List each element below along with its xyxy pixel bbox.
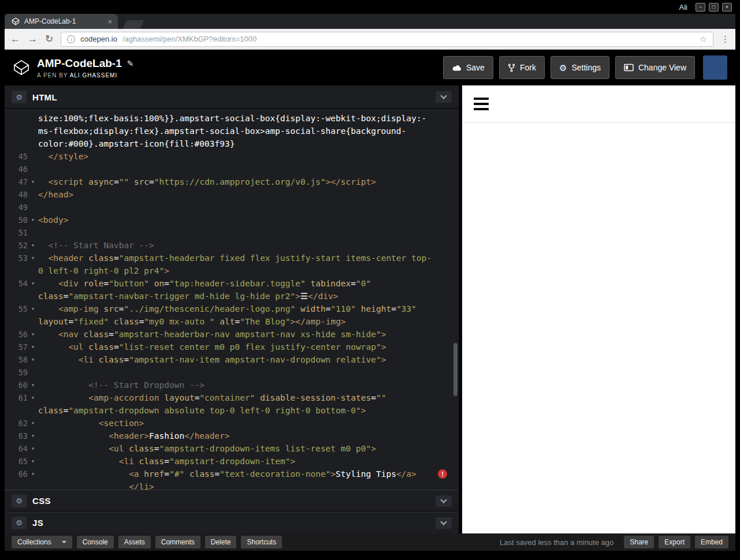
- bookmark-star-icon[interactable]: ☆: [700, 34, 707, 44]
- fold-arrow-icon[interactable]: ▾: [28, 239, 38, 252]
- code-row[interactable]: 47▾ <script async="" src="https://cdn.am…: [5, 176, 459, 188]
- error-badge[interactable]: !: [438, 469, 447, 479]
- html-collapse-button[interactable]: [436, 91, 452, 103]
- status-text: Last saved less than a minute ago: [500, 538, 613, 547]
- code-row[interactable]: 54▾ <div role="button" on="tap:header-si…: [5, 277, 459, 290]
- embed-button[interactable]: Embed: [695, 536, 728, 548]
- fold-arrow-icon[interactable]: ▾: [28, 391, 38, 404]
- fork-button[interactable]: Fork: [499, 56, 545, 79]
- preview-page-header: [462, 85, 735, 123]
- code-row[interactable]: </li>: [5, 480, 459, 490]
- delete-button[interactable]: Delete: [205, 536, 237, 548]
- code-row[interactable]: 48</head>: [5, 188, 459, 201]
- fold-arrow-icon[interactable]: ▾: [28, 328, 38, 341]
- code-row[interactable]: 0 left-0 right-0 pl2 pr4">: [5, 264, 459, 277]
- gear-icon: ⚙: [559, 64, 567, 72]
- forward-icon[interactable]: →: [28, 34, 38, 44]
- code-row[interactable]: 50▾<body>: [5, 214, 459, 226]
- footer-right-buttons: ShareExportEmbed: [624, 536, 728, 548]
- editor-scrollbar[interactable]: [453, 343, 458, 396]
- fold-arrow-icon[interactable]: ▾: [28, 468, 38, 480]
- fold-arrow-icon[interactable]: ▾: [28, 277, 38, 290]
- code-row[interactable]: 65▾ <li class="ampstart-dropdown-item">: [5, 455, 459, 468]
- code-row[interactable]: 59: [5, 366, 459, 379]
- code-row[interactable]: 45 </style>: [5, 150, 459, 163]
- hamburger-menu-icon[interactable]: [474, 98, 489, 110]
- fold-arrow-icon[interactable]: ▾: [28, 214, 38, 226]
- code-row[interactable]: 66▾ <a href="#" class="text-decoration-n…: [5, 468, 459, 480]
- shortcuts-button[interactable]: Shortcuts: [241, 536, 282, 548]
- fold-arrow-icon[interactable]: ▾: [28, 176, 38, 188]
- code-row[interactable]: 52▾ <!-- Start Navbar -->: [5, 239, 459, 252]
- page-info-icon[interactable]: i: [67, 35, 75, 43]
- code-line-text: color:#000}.ampstart-icon{fill:#003f93}: [38, 137, 235, 150]
- window-maximize-icon[interactable]: □: [709, 3, 719, 12]
- code-row[interactable]: class="ampstart-navbar-trigger md-hide l…: [5, 290, 459, 303]
- css-panel-header[interactable]: ⚙ CSS: [5, 490, 459, 512]
- console-button[interactable]: Console: [77, 536, 114, 548]
- code-row[interactable]: class="ampstart-dropdown absolute top-0 …: [5, 404, 459, 417]
- html-code-editor[interactable]: size:100%;flex-basis:100%}}.ampstart-soc…: [5, 109, 459, 490]
- fold-arrow-icon[interactable]: ▾: [28, 379, 38, 391]
- assets-button[interactable]: Assets: [118, 536, 151, 548]
- fold-arrow-icon[interactable]: ▾: [28, 455, 38, 468]
- export-button[interactable]: Export: [659, 536, 690, 548]
- fold-arrow-icon[interactable]: ▾: [28, 341, 38, 353]
- html-editor-gear-icon[interactable]: ⚙: [12, 91, 27, 103]
- code-row[interactable]: 49: [5, 201, 459, 214]
- code-row[interactable]: color:#000}.ampstart-icon{fill:#003f93}: [5, 137, 459, 150]
- code-row[interactable]: 55▾ <amp-img src="../img/thescenic/heade…: [5, 303, 459, 315]
- comments-button[interactable]: Comments: [155, 536, 200, 548]
- fold-arrow-icon[interactable]: ▾: [28, 417, 38, 430]
- save-button[interactable]: Save: [443, 56, 493, 79]
- html-panel-header[interactable]: ⚙ HTML: [5, 85, 459, 109]
- js-collapse-button[interactable]: [436, 517, 452, 529]
- browser-window: Ali − □ × AMP-CodeLab-1 × ← → ↻ i codepe…: [0, 0, 740, 560]
- new-tab-button[interactable]: [123, 20, 144, 29]
- code-row[interactable]: 63▾ <header>Fashion</header>: [5, 430, 459, 442]
- js-panel-header[interactable]: ⚙ JS: [5, 512, 459, 533]
- code-row[interactable]: 60▾ <!-- Start Dropdown -->: [5, 379, 459, 391]
- js-editor-gear-icon[interactable]: ⚙: [12, 517, 27, 529]
- code-row[interactable]: 51: [5, 226, 459, 239]
- reload-icon[interactable]: ↻: [45, 34, 53, 44]
- edit-title-pencil-icon[interactable]: ✎: [127, 59, 134, 68]
- change-view-button[interactable]: Change View: [615, 56, 695, 79]
- author-link[interactable]: Ali Ghassemi: [70, 72, 118, 79]
- code-row[interactable]: 57▾ <ul class="list-reset center m0 p0 f…: [5, 341, 459, 353]
- code-line-text: <amp-accordion layout="container" disabl…: [38, 391, 386, 404]
- code-row[interactable]: 53▾ <header class="ampstart-headerbar fi…: [5, 252, 459, 264]
- line-number: 46: [5, 163, 28, 176]
- fold-arrow-icon[interactable]: ▾: [28, 252, 38, 264]
- fold-arrow-icon[interactable]: ▾: [28, 353, 38, 366]
- browser-menu-icon[interactable]: ⋮: [721, 34, 730, 44]
- window-close-icon[interactable]: ×: [722, 3, 732, 12]
- settings-button[interactable]: ⚙ Settings: [551, 56, 609, 79]
- code-row[interactable]: 56▾ <nav class="ampstart-headerbar-nav a…: [5, 328, 459, 341]
- code-row[interactable]: size:100%;flex-basis:100%}}.ampstart-soc…: [5, 112, 459, 125]
- code-row[interactable]: layout="fixed" class="my0 mx-auto " alt=…: [5, 315, 459, 328]
- fold-arrow-icon[interactable]: ▾: [28, 442, 38, 455]
- url-bar[interactable]: i codepen.io/aghassemi/pen/XMKbGP?editor…: [61, 32, 713, 47]
- code-row[interactable]: 46: [5, 163, 459, 176]
- css-collapse-button[interactable]: [436, 495, 452, 507]
- avatar[interactable]: [703, 55, 727, 80]
- tab-close-icon[interactable]: ×: [107, 18, 112, 25]
- code-line-text: class="ampstart-dropdown absolute top-0 …: [38, 404, 366, 417]
- back-icon[interactable]: ←: [10, 34, 20, 44]
- code-row[interactable]: 58▾ <li class="ampstart-nav-item ampstar…: [5, 353, 459, 366]
- code-row[interactable]: 61▾ <amp-accordion layout="container" di…: [5, 391, 459, 404]
- share-button[interactable]: Share: [624, 536, 654, 548]
- css-editor-gear-icon[interactable]: ⚙: [12, 495, 27, 507]
- fold-arrow-icon[interactable]: ▾: [28, 303, 38, 315]
- code-row[interactable]: 62▾ <section>: [5, 417, 459, 430]
- code-row[interactable]: ms-flexbox;display:flex}.ampstart-social…: [5, 125, 459, 137]
- line-number: 48: [5, 188, 28, 201]
- browser-tab[interactable]: AMP-CodeLab-1 ×: [5, 14, 118, 29]
- browser-toolbar: ← → ↻ i codepen.io/aghassemi/pen/XMKbGP?…: [5, 29, 735, 50]
- code-row[interactable]: 64▾ <ul class="ampstart-dropdown-items l…: [5, 442, 459, 455]
- fold-arrow-icon[interactable]: ▾: [28, 430, 38, 442]
- codepen-logo-icon[interactable]: [13, 59, 30, 76]
- collections-dropdown[interactable]: Collections: [12, 536, 72, 548]
- window-minimize-icon[interactable]: −: [696, 3, 705, 12]
